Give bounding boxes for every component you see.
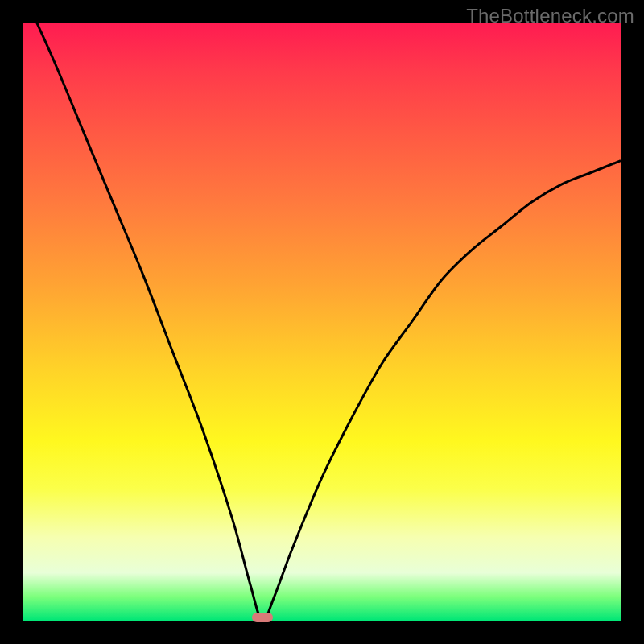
bottleneck-curve — [23, 0, 621, 621]
plot-area — [23, 23, 621, 621]
chart-frame: TheBottleneck.com — [0, 0, 644, 644]
watermark-text: TheBottleneck.com — [466, 5, 634, 27]
minimum-marker — [252, 613, 273, 622]
curve-layer — [23, 23, 621, 621]
